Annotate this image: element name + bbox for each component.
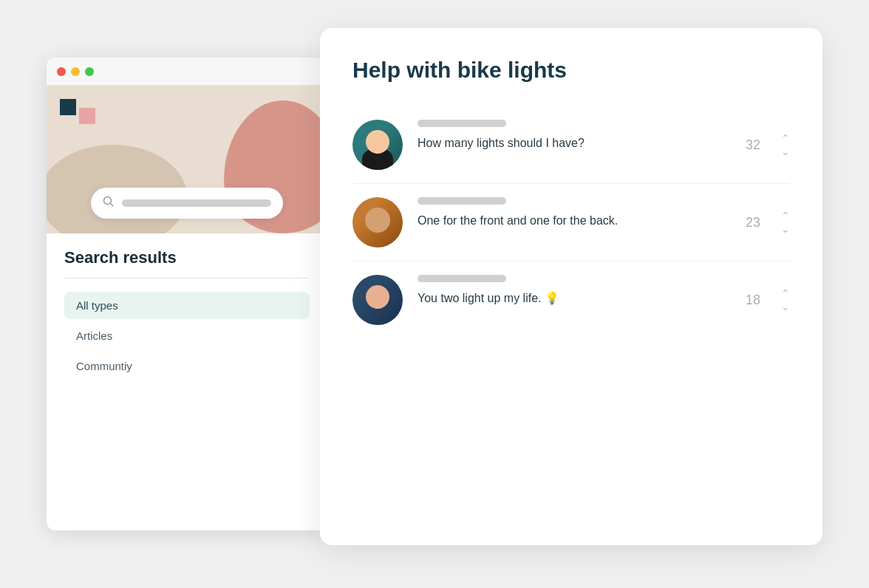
thread-item: How many lights should I have? 32 ⌃ ⌄ (352, 106, 790, 184)
left-panel: Search results All types Articles Commun… (47, 58, 327, 530)
search-bar-container (91, 188, 283, 219)
vote-arrows-2: ⌃ ⌄ (781, 211, 790, 234)
avatar-3 (352, 275, 403, 325)
thread-content-2: One for the front and one for the back. (418, 197, 729, 230)
vote-count-1: 32 (744, 137, 766, 153)
search-results-title: Search results (64, 248, 310, 267)
dot-yellow[interactable] (71, 67, 80, 76)
avatar-1 (352, 120, 403, 170)
downvote-3[interactable]: ⌄ (781, 301, 790, 312)
thread-text-1: How many lights should I have? (418, 134, 713, 152)
vote-arrows-3: ⌃ ⌄ (781, 288, 790, 312)
thread-item-2: One for the front and one for the back. … (352, 184, 790, 261)
dot-red[interactable] (57, 67, 66, 76)
scene: Search results All types Articles Commun… (47, 28, 822, 560)
vote-count-3: 18 (744, 293, 766, 308)
browser-titlebar (47, 58, 327, 86)
thread-content-1: How many lights should I have? (418, 120, 729, 152)
thread-content-3: You two light up my life. 💡 (418, 275, 729, 307)
upvote-3[interactable]: ⌃ (781, 288, 790, 298)
dot-green[interactable] (85, 67, 94, 76)
divider (64, 278, 310, 278)
thread-name-bar-2 (418, 197, 506, 205)
search-input-mock (122, 199, 271, 207)
thread-name-bar-3 (418, 275, 506, 282)
filter-community[interactable]: Communtiy (64, 352, 310, 380)
svg-line-1 (111, 204, 114, 207)
right-panel: Help with bike lights How many lights sh… (320, 28, 822, 545)
downvote-1[interactable]: ⌄ (781, 146, 790, 157)
vote-arrows-1: ⌃ ⌄ (781, 133, 790, 157)
upvote-2[interactable]: ⌃ (781, 211, 790, 221)
thread-text-2: One for the front and one for the back. (418, 212, 713, 230)
upvote-1[interactable]: ⌃ (781, 133, 790, 143)
logo-square-dark (60, 99, 76, 115)
logo-square-pink (79, 108, 95, 124)
thread-text-3: You two light up my life. 💡 (418, 290, 713, 307)
filter-all-types[interactable]: All types (64, 292, 310, 319)
logo-area (60, 99, 95, 124)
thread-name-bar-1 (418, 120, 506, 127)
thread-item-3: You two light up my life. 💡 18 ⌃ ⌄ (352, 261, 790, 338)
downvote-2[interactable]: ⌄ (781, 224, 790, 234)
avatar-2 (352, 197, 403, 247)
browser-body: Search results All types Articles Commun… (47, 86, 327, 530)
vote-count-2: 23 (744, 215, 766, 230)
search-icon (103, 196, 115, 211)
content-area: Search results All types Articles Commun… (47, 233, 327, 397)
filter-articles[interactable]: Articles (64, 322, 310, 349)
hero-area (47, 86, 327, 233)
search-bar[interactable] (91, 188, 283, 219)
panel-title: Help with bike lights (352, 58, 790, 83)
